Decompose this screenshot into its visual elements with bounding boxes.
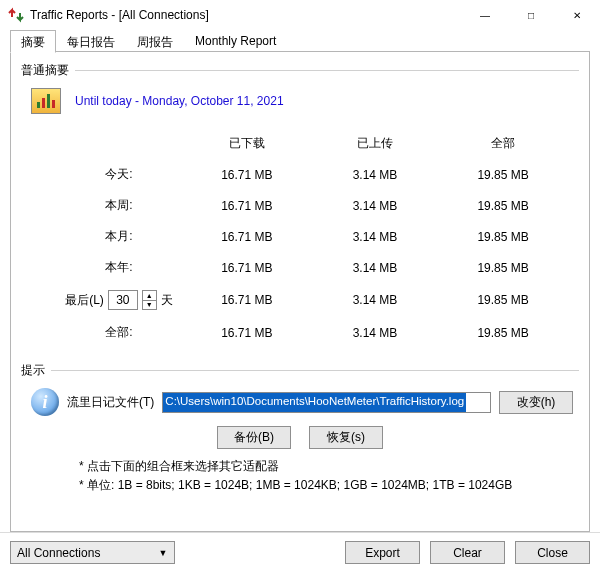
cell-value: 16.71 MB — [179, 221, 315, 252]
clear-button[interactable]: Clear — [430, 541, 505, 564]
cell-value: 19.85 MB — [435, 252, 571, 283]
spinner[interactable]: ▲ ▼ — [142, 290, 157, 310]
change-button[interactable]: 改变(h) — [499, 391, 573, 414]
row-label-all: 全部: — [59, 317, 179, 348]
table-row: 本年: 16.71 MB 3.14 MB 19.85 MB — [59, 252, 571, 283]
cell-value: 3.14 MB — [315, 283, 435, 317]
file-row: i 流里日记文件(T) C:\Users\win10\Documents\Hoo… — [31, 388, 573, 416]
hints-body: i 流里日记文件(T) C:\Users\win10\Documents\Hoo… — [21, 380, 579, 494]
adapter-dropdown[interactable]: All Connections ▼ — [10, 541, 175, 564]
date-text: Until today - Monday, October 11, 2021 — [75, 94, 284, 108]
table-header-row: 已下载 已上传 全部 — [59, 128, 571, 159]
tab-monthly[interactable]: Monthly Report — [184, 30, 287, 52]
history-file-input[interactable]: C:\Users\win10\Documents\HooNetMeter\Tra… — [162, 392, 491, 413]
col-downloaded: 已下载 — [179, 128, 315, 159]
cell-value: 16.71 MB — [179, 159, 315, 190]
file-label: 流里日记文件(T) — [67, 394, 154, 411]
note-line: * 单位: 1B = 8bits; 1KB = 1024B; 1MB = 102… — [79, 476, 573, 495]
last-suffix: 天 — [161, 292, 173, 309]
summary-group-title: 普通摘要 — [21, 62, 579, 76]
table-row: 最后(L) ▲ ▼ 天 16.71 MB 3.14 MB 19.85 MB — [59, 283, 571, 317]
spin-down-icon[interactable]: ▼ — [143, 301, 156, 310]
spin-up-icon[interactable]: ▲ — [143, 291, 156, 301]
stats-table: 已下载 已上传 全部 今天: 16.71 MB 3.14 MB 19.85 MB… — [59, 128, 571, 348]
row-label-week: 本周: — [59, 190, 179, 221]
cell-value: 16.71 MB — [179, 317, 315, 348]
chart-icon — [31, 88, 61, 114]
cell-value: 19.85 MB — [435, 221, 571, 252]
close-window-button[interactable]: ✕ — [554, 0, 600, 30]
minimize-button[interactable]: — — [462, 0, 508, 30]
note-line: * 点击下面的组合框来选择其它适配器 — [79, 457, 573, 476]
info-icon: i — [31, 388, 59, 416]
table-row: 本月: 16.71 MB 3.14 MB 19.85 MB — [59, 221, 571, 252]
summary-group-label: 普通摘要 — [21, 63, 75, 77]
close-button[interactable]: Close — [515, 541, 590, 564]
window-title: Traffic Reports - [All Connections] — [30, 8, 462, 22]
chevron-down-icon: ▼ — [159, 548, 168, 558]
titlebar: Traffic Reports - [All Connections] — □ … — [0, 0, 600, 30]
date-line: Until today - Monday, October 11, 2021 — [31, 88, 571, 114]
notes: * 点击下面的组合框来选择其它适配器 * 单位: 1B = 8bits; 1KB… — [79, 457, 573, 494]
cell-value: 19.85 MB — [435, 317, 571, 348]
cell-value: 19.85 MB — [435, 190, 571, 221]
backup-button[interactable]: 备份(B) — [217, 426, 291, 449]
table-row: 今天: 16.71 MB 3.14 MB 19.85 MB — [59, 159, 571, 190]
tab-summary[interactable]: 摘要 — [10, 30, 56, 53]
last-days-input[interactable] — [108, 290, 138, 310]
table-row: 全部: 16.71 MB 3.14 MB 19.85 MB — [59, 317, 571, 348]
summary-body: Until today - Monday, October 11, 2021 已… — [21, 80, 579, 352]
tabs: 摘要 每日报告 周报告 Monthly Report — [0, 30, 600, 52]
cell-value: 16.71 MB — [179, 190, 315, 221]
row-label-month: 本月: — [59, 221, 179, 252]
hints-group-label: 提示 — [21, 363, 51, 377]
row-label-today: 今天: — [59, 159, 179, 190]
cell-value: 16.71 MB — [179, 283, 315, 317]
restore-button[interactable]: 恢复(s) — [309, 426, 383, 449]
cell-value: 3.14 MB — [315, 159, 435, 190]
backup-restore-row: 备份(B) 恢复(s) — [27, 426, 573, 449]
cell-value: 3.14 MB — [315, 221, 435, 252]
col-uploaded: 已上传 — [315, 128, 435, 159]
row-label-last: 最后(L) ▲ ▼ 天 — [59, 283, 179, 317]
export-button[interactable]: Export — [345, 541, 420, 564]
footer: All Connections ▼ Export Clear Close — [0, 532, 600, 574]
history-file-path: C:\Users\win10\Documents\HooNetMeter\Tra… — [163, 393, 466, 412]
last-days-stepper: 最后(L) ▲ ▼ 天 — [65, 290, 173, 310]
hints-group-title: 提示 — [21, 362, 579, 376]
row-label-year: 本年: — [59, 252, 179, 283]
app-icon — [8, 7, 24, 23]
cell-value: 3.14 MB — [315, 190, 435, 221]
cell-value: 19.85 MB — [435, 159, 571, 190]
last-prefix: 最后(L) — [65, 292, 104, 309]
col-total: 全部 — [435, 128, 571, 159]
main-panel: 普通摘要 Until today - Monday, October 11, 2… — [10, 52, 590, 532]
cell-value: 19.85 MB — [435, 283, 571, 317]
tab-weekly[interactable]: 周报告 — [126, 30, 184, 52]
cell-value: 16.71 MB — [179, 252, 315, 283]
maximize-button[interactable]: □ — [508, 0, 554, 30]
tab-daily[interactable]: 每日报告 — [56, 30, 126, 52]
cell-value: 3.14 MB — [315, 252, 435, 283]
cell-value: 3.14 MB — [315, 317, 435, 348]
adapter-selected: All Connections — [17, 546, 100, 560]
table-row: 本周: 16.71 MB 3.14 MB 19.85 MB — [59, 190, 571, 221]
